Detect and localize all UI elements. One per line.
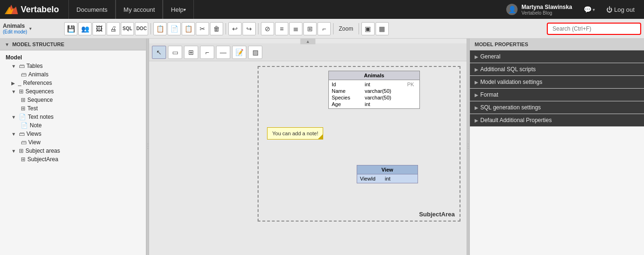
view2-button[interactable]: ▦ xyxy=(376,22,389,35)
copy-button[interactable]: 📋 xyxy=(153,22,167,35)
tree-views-label: Views xyxy=(26,131,42,137)
chat-icon-btn[interactable]: 💬▾ xyxy=(581,4,598,15)
tree-model[interactable]: Model xyxy=(0,53,146,62)
tree-sequences[interactable]: ▼ ⊞ Sequences xyxy=(0,87,146,96)
logo-text: Vertabelo xyxy=(21,5,59,15)
table-tool-button[interactable]: ⊞ xyxy=(184,46,198,59)
tree-test[interactable]: ⊞ Test xyxy=(0,104,146,113)
user-blog: Vertabelo Blog xyxy=(521,10,572,16)
users-button[interactable]: 👥 xyxy=(78,22,92,35)
paste-button[interactable]: 📋 xyxy=(182,22,195,35)
sql-button[interactable]: SQL xyxy=(121,22,134,35)
doc-dropdown-icon[interactable]: ▾ xyxy=(29,26,32,31)
tree-subject-area[interactable]: ⊞ SubjectArea xyxy=(0,155,146,164)
prop-item-additional[interactable]: ▶ Default Additional Properties xyxy=(470,114,644,127)
tree-view[interactable]: 🗃 View xyxy=(0,138,146,147)
prop-item-sql[interactable]: ▶ Additional SQL scripts xyxy=(470,63,644,76)
line-tool-button[interactable]: ⌐ xyxy=(200,46,214,59)
tree-tables[interactable]: ▼ 🗃 Tables xyxy=(0,62,146,70)
logout-icon: ⏻ xyxy=(606,6,612,13)
tree-test-label: Test xyxy=(27,105,38,112)
nav-documents[interactable]: Documents xyxy=(68,0,116,19)
tree-references[interactable]: ▶ ⎯ References xyxy=(0,79,146,87)
corner-button[interactable]: ⌐ xyxy=(318,22,331,35)
image-button[interactable]: 🖼 xyxy=(92,22,106,35)
view1-button[interactable]: ▣ xyxy=(361,22,375,35)
tree-text-notes[interactable]: ▼ 📄 Text notes xyxy=(0,113,146,121)
tree-model-label: Model xyxy=(6,54,22,61)
logout-label: Log out xyxy=(614,6,635,13)
user-name: Martyna Slawinska xyxy=(521,4,572,10)
tree-views[interactable]: ▼ 🗃 Views xyxy=(0,130,146,138)
tree-note-label: Note xyxy=(30,122,42,129)
test-icon: ⊞ xyxy=(21,105,25,112)
subject-areas-toggle: ▼ xyxy=(11,148,16,154)
prop-label-sql: Additional SQL scripts xyxy=(480,66,536,73)
nav-help[interactable]: Help xyxy=(163,0,194,19)
prop-item-format[interactable]: ▶ Format xyxy=(470,89,644,101)
animals-icon: 🗃 xyxy=(21,71,26,78)
save-button[interactable]: 💾 xyxy=(64,22,77,35)
hline-tool-button[interactable]: — xyxy=(216,46,230,59)
prop-label-sql-gen: SQL generation settings xyxy=(480,104,541,111)
clone-button[interactable]: 📄 xyxy=(167,22,181,35)
tree-subject-areas-label: Subject areas xyxy=(25,148,60,154)
delete-button[interactable]: 🗑 xyxy=(210,22,223,35)
table-row: Age int xyxy=(332,101,417,107)
prop-item-sql-gen[interactable]: ▶ SQL generation settings xyxy=(470,101,644,114)
list1-button[interactable]: ≡ xyxy=(275,22,288,35)
subject-areas-icon: ⊞ xyxy=(19,148,24,154)
animals-table[interactable]: Animals Id int PK Name varchar(50) Speci… xyxy=(328,71,420,109)
canvas-area: ▲ ↖ ▭ ⊞ ⌐ — 📝 ▨ SubjectArea Animals Id xyxy=(149,39,467,255)
sequences-icon: ⊞ xyxy=(19,88,24,95)
model-properties-header: MODEL PROPERTIES xyxy=(470,39,644,50)
cut-button[interactable]: ✂ xyxy=(196,22,209,35)
search-input[interactable] xyxy=(547,23,641,35)
view-table-body: ViewId int xyxy=(357,174,418,183)
prop-item-general[interactable]: ▶ General xyxy=(470,50,644,63)
prop-item-validation[interactable]: ▶ Model validation settings xyxy=(470,76,644,89)
prop-arrow-sql: ▶ xyxy=(475,67,478,72)
canvas-scroll-up[interactable]: ▲ xyxy=(300,39,316,44)
tb-sep-3 xyxy=(258,23,259,34)
print-button[interactable]: 🖨 xyxy=(107,22,120,35)
prop-label-format: Format xyxy=(480,91,498,98)
doc-name-area: Animals (Edit mode) ▾ xyxy=(3,23,59,34)
user-avatar: 👤 xyxy=(506,4,518,15)
note-tool-button[interactable]: 📝 xyxy=(232,46,246,59)
tree-animals[interactable]: 🗃 Animals xyxy=(0,70,146,79)
user-area: 👤 Martyna Slawinska Vertabelo Blog xyxy=(502,4,577,16)
merge-button[interactable]: ⊞ xyxy=(303,22,317,35)
sticky-note[interactable]: You can add a note! xyxy=(267,127,323,140)
logout-button[interactable]: ⏻ Log out xyxy=(602,6,639,13)
tree-sequences-label: Sequences xyxy=(25,88,54,95)
tree-note[interactable]: 📄 Note xyxy=(0,121,146,130)
hatch-tool-button[interactable]: ▨ xyxy=(248,46,262,59)
model-structure-header: ▼ MODEL STRUCTURE xyxy=(0,39,146,50)
rect-tool-button[interactable]: ▭ xyxy=(168,46,182,59)
views-icon: 🗃 xyxy=(19,131,25,137)
logo-area[interactable]: Vertabelo xyxy=(5,3,59,16)
no-edge-button[interactable]: ⊘ xyxy=(261,22,274,35)
tree-subject-area-label: SubjectArea xyxy=(27,156,58,163)
tree-references-label: References xyxy=(23,80,52,86)
list2-button[interactable]: ≣ xyxy=(289,22,302,35)
doc-button[interactable]: DOC xyxy=(135,22,148,35)
view-table[interactable]: View ViewId int xyxy=(357,165,418,183)
avatar-icon: 👤 xyxy=(508,6,516,13)
chat-icon: 💬 xyxy=(584,6,592,13)
tree-subject-areas[interactable]: ▼ ⊞ Subject areas xyxy=(0,147,146,155)
undo-button[interactable]: ↩ xyxy=(228,22,242,35)
nav-my-account[interactable]: My account xyxy=(116,0,163,19)
prop-label-validation: Model validation settings xyxy=(480,79,542,85)
redo-button[interactable]: ↪ xyxy=(243,22,256,35)
select-tool-button[interactable]: ↖ xyxy=(152,46,166,59)
prop-arrow-additional: ▶ xyxy=(475,118,478,123)
model-structure-title: MODEL STRUCTURE xyxy=(12,41,64,47)
canvas-body[interactable]: SubjectArea Animals Id int PK Name varch… xyxy=(149,61,467,255)
main-toolbar: Animals (Edit mode) ▾ 💾 👥 🖼 🖨 SQL DOC 📋 … xyxy=(0,19,644,39)
doc-mode: (Edit mode) xyxy=(3,29,27,34)
prop-arrow-general: ▶ xyxy=(475,54,478,59)
tree-sequence[interactable]: ⊞ Sequence xyxy=(0,96,146,104)
prop-label-general: General xyxy=(480,53,501,60)
